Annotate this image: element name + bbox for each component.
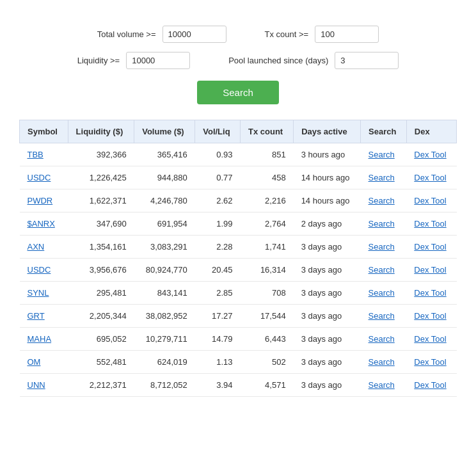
pool-launched-input[interactable] [335, 52, 399, 69]
cell-volliq: 2.85 [195, 282, 241, 305]
cell-symbol[interactable]: AXN [20, 236, 68, 259]
cell-daysactive: 3 hours ago [294, 143, 361, 166]
table-row: MAHA 695,052 10,279,711 14.79 6,443 3 da… [20, 328, 457, 351]
cell-search[interactable]: Search [361, 282, 407, 305]
liquidity-group: Liquidity >= [77, 52, 191, 69]
cell-dex[interactable]: Dex Tool [406, 212, 456, 236]
cell-volliq: 3.94 [195, 374, 241, 397]
total-volume-input[interactable] [163, 26, 226, 43]
cell-daysactive: 2 days ago [294, 212, 361, 236]
cell-volume: 8,712,052 [134, 374, 195, 397]
search-button[interactable]: Search [197, 81, 279, 104]
cell-search[interactable]: Search [361, 236, 407, 259]
cell-search[interactable]: Search [361, 374, 407, 397]
results-table: Symbol Liquidity ($) Volume ($) Vol/Liq … [19, 120, 457, 397]
cell-volliq: 20.45 [195, 259, 241, 282]
filter-row-2: Liquidity >= Pool launched since (days) [77, 52, 399, 69]
cell-search[interactable]: Search [361, 143, 407, 166]
cell-symbol[interactable]: GRT [20, 305, 68, 328]
liquidity-label: Liquidity >= [77, 56, 120, 65]
cell-symbol[interactable]: USDC [20, 166, 68, 189]
table-row: OM 552,481 624,019 1.13 502 3 days ago S… [20, 351, 457, 374]
cell-dex[interactable]: Dex Tool [406, 166, 456, 189]
cell-dex[interactable]: Dex Tool [406, 305, 456, 328]
cell-symbol[interactable]: UNN [20, 374, 68, 397]
cell-daysactive: 3 days ago [294, 282, 361, 305]
cell-txcount: 2,216 [241, 189, 294, 212]
cell-liquidity: 392,366 [68, 143, 134, 166]
cell-daysactive: 14 hours ago [294, 189, 361, 212]
cell-txcount: 502 [241, 351, 294, 374]
total-volume-label: Total volume >= [97, 29, 156, 39]
cell-liquidity: 295,481 [68, 282, 134, 305]
cell-search[interactable]: Search [361, 305, 407, 328]
cell-search[interactable]: Search [361, 259, 407, 282]
cell-liquidity: 552,481 [68, 351, 134, 374]
cell-liquidity: 3,956,676 [68, 259, 134, 282]
cell-symbol[interactable]: MAHA [20, 328, 68, 351]
cell-dex[interactable]: Dex Tool [406, 236, 456, 259]
table-row: USDC 1,226,425 944,880 0.77 458 14 hours… [20, 166, 457, 189]
cell-txcount: 1,741 [241, 236, 294, 259]
cell-symbol[interactable]: OM [20, 351, 68, 374]
col-volume: Volume ($) [134, 120, 195, 143]
cell-dex[interactable]: Dex Tool [406, 351, 456, 374]
cell-liquidity: 2,205,344 [68, 305, 134, 328]
cell-liquidity: 695,052 [68, 328, 134, 351]
cell-symbol[interactable]: SYNL [20, 282, 68, 305]
cell-daysactive: 3 days ago [294, 236, 361, 259]
cell-liquidity: 1,354,161 [68, 236, 134, 259]
cell-volume: 624,019 [134, 351, 195, 374]
cell-search[interactable]: Search [361, 212, 407, 236]
cell-volume: 38,082,952 [134, 305, 195, 328]
table-row: USDC 3,956,676 80,924,770 20.45 16,314 3… [20, 259, 457, 282]
cell-volume: 80,924,770 [134, 259, 195, 282]
tx-count-group: Tx count >= [265, 26, 379, 43]
results-table-container: Symbol Liquidity ($) Volume ($) Vol/Liq … [19, 120, 457, 397]
col-liquidity: Liquidity ($) [68, 120, 134, 143]
cell-liquidity: 2,212,371 [68, 374, 134, 397]
cell-search[interactable]: Search [361, 328, 407, 351]
cell-symbol[interactable]: USDC [20, 259, 68, 282]
cell-dex[interactable]: Dex Tool [406, 328, 456, 351]
cell-volliq: 2.62 [195, 189, 241, 212]
table-row: AXN 1,354,161 3,083,291 2.28 1,741 3 day… [20, 236, 457, 259]
liquidity-input[interactable] [126, 52, 190, 69]
col-daysactive: Days active [294, 120, 361, 143]
cell-dex[interactable]: Dex Tool [406, 259, 456, 282]
cell-txcount: 458 [241, 166, 294, 189]
cell-volume: 691,954 [134, 212, 195, 236]
cell-daysactive: 3 days ago [294, 305, 361, 328]
cell-volliq: 1.13 [195, 351, 241, 374]
filters-section: Total volume >= Tx count >= Liquidity >=… [19, 26, 457, 104]
table-row: PWDR 1,622,371 4,246,780 2.62 2,216 14 h… [20, 189, 457, 212]
cell-search[interactable]: Search [361, 351, 407, 374]
cell-volume: 365,416 [134, 143, 195, 166]
table-row: UNN 2,212,371 8,712,052 3.94 4,571 3 day… [20, 374, 457, 397]
cell-volliq: 0.77 [195, 166, 241, 189]
cell-dex[interactable]: Dex Tool [406, 282, 456, 305]
table-row: SYNL 295,481 843,141 2.85 708 3 days ago… [20, 282, 457, 305]
cell-txcount: 851 [241, 143, 294, 166]
col-volliq: Vol/Liq [195, 120, 241, 143]
cell-symbol[interactable]: TBB [20, 143, 68, 166]
cell-txcount: 2,764 [241, 212, 294, 236]
cell-volliq: 2.28 [195, 236, 241, 259]
cell-volliq: 0.93 [195, 143, 241, 166]
cell-symbol[interactable]: $ANRX [20, 212, 68, 236]
cell-search[interactable]: Search [361, 189, 407, 212]
table-header-row: Symbol Liquidity ($) Volume ($) Vol/Liq … [20, 120, 457, 143]
cell-dex[interactable]: Dex Tool [406, 374, 456, 397]
cell-symbol[interactable]: PWDR [20, 189, 68, 212]
table-row: GRT 2,205,344 38,082,952 17.27 17,544 3 … [20, 305, 457, 328]
cell-volume: 10,279,711 [134, 328, 195, 351]
cell-dex[interactable]: Dex Tool [406, 189, 456, 212]
cell-search[interactable]: Search [361, 166, 407, 189]
cell-volume: 4,246,780 [134, 189, 195, 212]
cell-liquidity: 1,226,425 [68, 166, 134, 189]
tx-count-input[interactable] [315, 26, 379, 43]
cell-dex[interactable]: Dex Tool [406, 143, 456, 166]
cell-txcount: 708 [241, 282, 294, 305]
total-volume-group: Total volume >= [97, 26, 226, 43]
cell-daysactive: 3 days ago [294, 351, 361, 374]
